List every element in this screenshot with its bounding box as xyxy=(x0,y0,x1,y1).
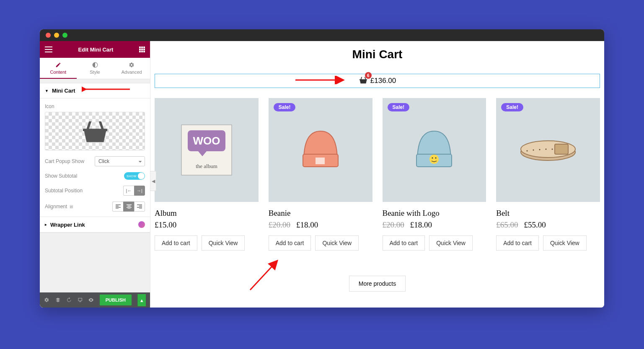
svg-rect-22 xyxy=(127,208,130,209)
contrast-icon xyxy=(92,62,98,68)
product-name: Beanie with Logo xyxy=(383,209,486,218)
apps-icon[interactable] xyxy=(139,47,145,52)
product-image[interactable]: Sale! xyxy=(496,98,600,202)
icon-preview[interactable] xyxy=(45,112,145,150)
svg-rect-23 xyxy=(137,204,142,205)
revisions-icon[interactable] xyxy=(55,297,61,303)
product-card: Sale! Belt £65.00£55.00 Add to cart Quic… xyxy=(496,98,600,251)
product-card: WOOthe album Album £15.00 Add to cart Qu… xyxy=(155,98,259,251)
svg-rect-4 xyxy=(141,47,143,48)
add-to-cart-button[interactable]: Add to cart xyxy=(383,235,425,251)
product-image[interactable]: Sale! xyxy=(269,98,372,202)
svg-rect-2 xyxy=(45,52,52,52)
svg-rect-11 xyxy=(143,51,145,52)
subtotal-position-label: Subtotal Position xyxy=(45,188,83,194)
svg-rect-19 xyxy=(127,204,132,205)
pos-right[interactable]: →| xyxy=(134,186,145,196)
svg-rect-21 xyxy=(127,207,132,208)
more-products-row: More products xyxy=(150,276,604,292)
sidebar-footer: PUBLISH ▴ xyxy=(40,292,150,308)
svg-rect-20 xyxy=(127,206,130,207)
svg-rect-25 xyxy=(137,207,142,208)
add-to-cart-button[interactable]: Add to cart xyxy=(155,235,197,251)
svg-point-37 xyxy=(432,157,433,158)
mini-cart-widget[interactable]: 6 £136.00 xyxy=(155,74,600,88)
product-name: Beanie xyxy=(269,209,372,218)
editor-sidebar: Edit Mini Cart Content Style Advanced xyxy=(40,41,150,308)
product-card: Sale! Beanie £20.00£18.00 Add to cart Qu… xyxy=(269,98,372,251)
cart-total: £136.00 xyxy=(370,77,396,85)
align-center[interactable] xyxy=(123,202,134,212)
add-to-cart-button[interactable]: Add to cart xyxy=(269,235,311,251)
subtotal-toggle[interactable]: SHOW xyxy=(124,172,145,180)
history-icon[interactable] xyxy=(66,297,72,303)
tab-content[interactable]: Content xyxy=(40,58,77,79)
popup-select[interactable]: Click xyxy=(95,156,145,166)
svg-rect-18 xyxy=(116,208,119,209)
editor-canvas: Mini Cart 6 £136.00 WOOthe album Album £… xyxy=(150,41,604,308)
quick-view-button[interactable]: Quick View xyxy=(543,235,587,251)
app-window: Edit Mini Cart Content Style Advanced xyxy=(40,29,604,308)
tab-style[interactable]: Style xyxy=(77,58,114,79)
alignment-label: Alignment🖥 xyxy=(45,204,73,209)
svg-rect-3 xyxy=(139,47,141,48)
product-price: £55.00 xyxy=(524,220,546,230)
preview-icon[interactable] xyxy=(88,297,94,303)
quick-view-button[interactable]: Quick View xyxy=(202,235,245,251)
minimize-dot[interactable] xyxy=(54,33,59,38)
svg-point-44 xyxy=(539,149,541,150)
menu-icon[interactable] xyxy=(45,47,52,52)
product-card: Sale! Beanie with Logo £20.00£18.00 Add … xyxy=(383,98,486,251)
maximize-dot[interactable] xyxy=(62,33,67,38)
sidebar-header: Edit Mini Cart xyxy=(40,41,150,58)
pos-left[interactable]: |← xyxy=(123,186,134,196)
tab-advanced[interactable]: Advanced xyxy=(113,58,150,79)
page-title: Mini Cart xyxy=(150,41,604,74)
settings-icon[interactable] xyxy=(44,297,49,303)
responsive-icon[interactable] xyxy=(78,297,83,303)
sale-badge: Sale! xyxy=(274,103,296,111)
svg-rect-17 xyxy=(116,207,121,208)
product-name: Belt xyxy=(496,209,600,218)
svg-point-36 xyxy=(429,155,439,164)
publish-options[interactable]: ▴ xyxy=(137,294,146,306)
align-right[interactable] xyxy=(134,202,145,212)
section-mini-cart[interactable]: ▼ Mini Cart xyxy=(40,83,150,98)
icon-label: Icon xyxy=(45,103,145,109)
add-to-cart-button[interactable]: Add to cart xyxy=(496,235,539,251)
svg-text:the  album: the album xyxy=(196,163,217,169)
svg-rect-5 xyxy=(143,47,145,48)
align-left[interactable] xyxy=(112,202,123,212)
product-price: £18.00 xyxy=(410,220,432,230)
product-grid: WOOthe album Album £15.00 Add to cart Qu… xyxy=(150,98,604,251)
svg-rect-1 xyxy=(45,49,52,50)
controls: Icon Cart Popup Show Click Show Subtotal… xyxy=(40,98,150,217)
svg-point-46 xyxy=(552,148,553,150)
quick-view-button[interactable]: Quick View xyxy=(429,235,473,251)
svg-rect-41 xyxy=(555,144,568,154)
popup-label: Cart Popup Show xyxy=(45,158,84,164)
product-image[interactable]: Sale! xyxy=(383,98,486,202)
product-price: £18.00 xyxy=(296,220,318,230)
svg-rect-0 xyxy=(45,47,52,47)
svg-point-42 xyxy=(527,150,528,151)
titlebar xyxy=(40,29,604,41)
svg-rect-9 xyxy=(139,51,141,52)
product-price-old: £20.00 xyxy=(269,220,290,230)
monitor-icon: 🖥 xyxy=(69,204,73,209)
sidebar-title: Edit Mini Cart xyxy=(78,47,114,53)
cart-icon-wrap[interactable]: 6 xyxy=(359,76,368,86)
svg-rect-16 xyxy=(116,206,119,207)
svg-rect-34 xyxy=(316,158,325,164)
close-dot[interactable] xyxy=(46,33,51,38)
product-image[interactable]: WOOthe album xyxy=(155,98,259,202)
basket-icon xyxy=(80,119,110,144)
section-wrapper-link[interactable]: ▸ Wrapper Link xyxy=(40,217,150,233)
editor-tabs: Content Style Advanced xyxy=(40,58,150,79)
collapse-sidebar[interactable]: ◀ xyxy=(150,171,156,191)
cart-count-badge: 6 xyxy=(365,72,372,79)
quick-view-button[interactable]: Quick View xyxy=(315,235,359,251)
publish-button[interactable]: PUBLISH xyxy=(100,295,132,305)
more-products-button[interactable]: More products xyxy=(349,276,406,292)
svg-rect-6 xyxy=(139,49,141,50)
